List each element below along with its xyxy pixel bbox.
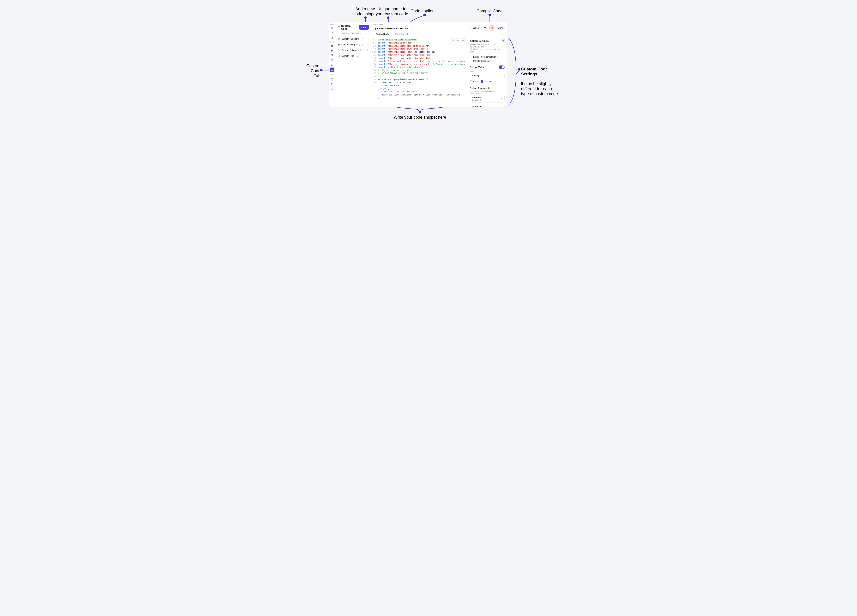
settings-help: Manage your dependencies and parameters …	[470, 43, 504, 53]
open-external-button[interactable]	[489, 25, 495, 31]
exclude-row[interactable]: Exclude from compilation i	[470, 55, 504, 59]
rail-icon-list[interactable]	[330, 31, 334, 35]
rail-icon-custom-code[interactable]	[330, 68, 334, 72]
editor-gutter: 1 2 3 4 5 6 7 8 9 10 11 12 13 14 15 16 1…	[371, 39, 378, 107]
rail-icon-api[interactable]	[330, 58, 334, 62]
annotation-dot	[489, 14, 491, 16]
annotation-code-copilot: Code copilot	[410, 9, 433, 14]
category-label: Custom Files	[342, 54, 354, 57]
type-value: Integer	[474, 74, 481, 77]
category-item[interactable]: Custom Actions ( 6 )	[335, 47, 371, 53]
info-icon[interactable]: i	[497, 56, 499, 58]
code-badge-icon[interactable]: </>	[501, 39, 505, 43]
include-ctx-row[interactable]: Include BuildContext i	[470, 59, 504, 63]
annotation-line	[323, 70, 329, 70]
search-row[interactable]	[335, 32, 371, 36]
type-select[interactable]: #Integer	[470, 73, 504, 78]
code-editor[interactable]: 1 2 3 4 5 6 7 8 9 10 11 12 13 14 15 16 1…	[371, 37, 467, 107]
is-list-row[interactable]: Is List	[470, 80, 478, 83]
rail-icon-database[interactable]	[330, 43, 334, 48]
rail-icon-settings[interactable]	[330, 87, 334, 91]
tab-action-code[interactable]: Action Code	[375, 31, 390, 37]
rail-icon-devices[interactable]	[330, 36, 334, 40]
rail-section-build: Build	[330, 24, 334, 25]
topbar: Action Name Cancel Save	[371, 22, 507, 31]
chevron-right-icon	[367, 37, 369, 40]
left-sidebar: Custom Code + Add Custom Functions ( 4 )…	[335, 22, 371, 107]
category-count: ( 1 )	[359, 43, 363, 46]
svg-point-12	[332, 61, 333, 61]
chevron-right-icon	[367, 49, 369, 52]
add-button[interactable]: + Add	[359, 25, 369, 29]
exclude-checkbox[interactable]	[470, 56, 472, 58]
annotation-compile: Compile Code	[476, 9, 503, 14]
rail-icon-storage[interactable]	[330, 53, 334, 57]
rail-icon-theme[interactable]	[330, 82, 334, 87]
is-list-checkbox[interactable]	[470, 80, 472, 83]
category-item[interactable]: Custom Files ( 1 )	[335, 53, 371, 59]
svg-point-17	[332, 88, 333, 89]
arg-name: cartItems	[472, 96, 481, 99]
argument-card[interactable]: productIdString	[470, 104, 504, 107]
svg-rect-2	[331, 28, 332, 29]
rail-icon-widgets[interactable]	[330, 26, 334, 31]
category-label: Custom Functions	[342, 37, 359, 40]
editor-code[interactable]: // Automatic FlutterFlow imports import …	[378, 39, 467, 107]
nullable-row[interactable]: ✓ Nullable	[481, 80, 492, 83]
define-args-title: Define Arguments	[470, 87, 490, 90]
is-list-label: Is List	[473, 80, 478, 83]
annotation-write-snippet: Write your code snippet here	[381, 115, 459, 120]
chevron-right-icon	[367, 43, 369, 46]
annotation-settings-title: Custom Code Settings:	[521, 67, 548, 76]
annotation-dot	[364, 17, 367, 19]
svg-rect-13	[331, 64, 333, 66]
category-item[interactable]: Custom Functions ( 4 )	[335, 36, 371, 42]
return-value-title: Return Value	[470, 66, 484, 68]
nullable-checkbox[interactable]: ✓	[481, 80, 483, 83]
search-input[interactable]	[341, 32, 369, 34]
action-name-input[interactable]	[373, 26, 413, 31]
exclude-label: Exclude from compilation	[473, 56, 496, 58]
chevron-down-icon	[500, 74, 503, 77]
search-icon	[337, 32, 340, 34]
category-count: ( 1 )	[356, 55, 359, 57]
svg-rect-1	[332, 28, 333, 28]
tab-code-copilot[interactable]: Code Copilot	[394, 31, 409, 37]
left-title: Custom Code	[337, 24, 357, 30]
rail-icon-media[interactable]	[330, 63, 334, 67]
editor-tool-indent[interactable]	[461, 39, 466, 43]
return-value-toggle[interactable]	[499, 65, 504, 69]
svg-rect-7	[332, 50, 333, 50]
compile-button[interactable]	[483, 25, 488, 31]
editor-tool-wrap[interactable]	[450, 39, 455, 43]
rail-icon-schema[interactable]	[330, 48, 334, 53]
svg-point-18	[338, 32, 339, 34]
cancel-button[interactable]: Cancel	[470, 26, 481, 30]
settings-pane: </> Action Settings Manage your dependen…	[467, 37, 507, 107]
svg-point-10	[331, 59, 332, 60]
main-pane: Action Name Cancel Save Action Code Code…	[371, 22, 507, 107]
type-label: Type	[470, 70, 504, 72]
plus-icon: +	[361, 26, 362, 29]
svg-rect-4	[333, 37, 333, 39]
svg-rect-6	[331, 50, 332, 50]
action-name-label: Action Name	[373, 24, 413, 26]
category-item[interactable]: Custom Widgets ( 1 )	[335, 42, 371, 47]
include-ctx-checkbox[interactable]	[470, 60, 472, 62]
args-list: cartItemsItemsStructproductIdString	[470, 95, 504, 107]
category-icon	[337, 43, 340, 46]
svg-rect-9	[331, 54, 333, 56]
editor-tool-align[interactable]	[456, 39, 460, 43]
settings-title: Action Settings	[470, 39, 504, 42]
argument-card[interactable]: cartItemsItemsStruct	[470, 95, 504, 102]
rail-icon-tests[interactable]	[330, 77, 334, 82]
arg-type: ItemsStruct	[472, 99, 481, 101]
save-button[interactable]: Save	[496, 26, 505, 30]
info-icon[interactable]: i	[493, 60, 495, 62]
annotation-settings: Custom Code Settings: it may be slightly…	[521, 62, 560, 96]
rail-icon-cloud[interactable]	[330, 72, 334, 77]
define-args-note: Note: Action must accept these as parame…	[470, 90, 504, 94]
add-button-label: Add	[363, 26, 367, 29]
category-icon	[337, 55, 340, 57]
svg-rect-3	[331, 37, 333, 39]
